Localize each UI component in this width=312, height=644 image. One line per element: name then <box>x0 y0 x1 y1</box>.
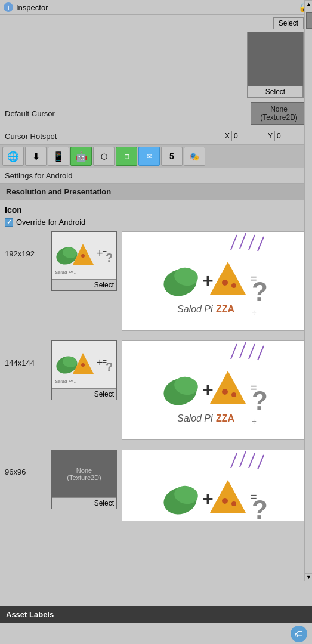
svg-text:Salad Pi...: Salad Pi... <box>55 379 76 384</box>
svg-point-44 <box>231 392 236 397</box>
x-label: X <box>225 132 230 140</box>
sketch-svg-192: + = ? Salad Pi... <box>52 232 116 279</box>
icon-preview-144: + = ? Salad Pi... <box>52 341 116 388</box>
icon-large-preview-192: + = ? Salod Pi ZZA ÷ <box>122 231 307 331</box>
tab-web[interactable]: 🌐 <box>2 147 24 166</box>
inspector-panel: i Inspector 🔒 Select Select Default Curs… <box>0 0 312 644</box>
svg-text:?: ? <box>106 251 113 264</box>
default-cursor-value: None (Texture2D) <box>251 102 307 125</box>
svg-text:÷: ÷ <box>252 308 257 317</box>
icon-thumb-96: None (Texture2D) Select <box>51 450 117 509</box>
svg-point-18 <box>222 280 228 286</box>
icon-size-192-label: 192x192 <box>5 231 47 258</box>
svg-point-19 <box>231 283 236 288</box>
tab-blackberry[interactable]: ⬡ <box>93 147 115 166</box>
tag-icon-button[interactable]: 🏷 <box>291 626 307 642</box>
inspector-title: Inspector <box>16 3 48 12</box>
svg-text:ZZA: ZZA <box>216 413 235 423</box>
cursor-hotspot-row: Cursor Hotspot X Y <box>0 128 312 144</box>
tab-mobile[interactable]: 📱 <box>48 147 69 166</box>
section-header: Resolution and Presentation <box>0 183 312 200</box>
svg-text:?: ? <box>252 277 268 306</box>
y-coord-group: Y <box>268 131 307 141</box>
inspector-header: i Inspector 🔒 <box>0 0 312 15</box>
svg-text:?: ? <box>252 495 268 521</box>
scroll-down-button[interactable]: ▼ <box>305 573 312 581</box>
tab-android[interactable]: 🤖 <box>70 147 92 166</box>
texture-select-button[interactable]: Select <box>248 86 303 98</box>
icon-large-preview-144: + = ? Salod Pi ZZA ÷ <box>122 340 307 440</box>
svg-text:Salod Pi: Salod Pi <box>177 413 213 423</box>
x-coord-group: X <box>225 131 264 141</box>
top-select-button[interactable]: Select <box>273 17 304 29</box>
icon-select-192-button[interactable]: Select <box>52 279 116 290</box>
large-sketch-svg-144: + = ? Salod Pi ZZA ÷ <box>159 341 270 439</box>
icon-size-96-label: 96x96 <box>5 450 47 476</box>
icon-large-preview-96: + = ? Salod Pi ZZA ÷ <box>122 450 307 521</box>
icon-preview-192: + = ? Salad Pi... <box>52 232 116 279</box>
none-texture-96: None (Texture2D) <box>52 450 116 497</box>
asset-labels-text: Asset Labels <box>6 610 54 619</box>
svg-text:+: + <box>202 488 214 509</box>
svg-point-43 <box>222 389 228 395</box>
svg-text:Salod Pi: Salod Pi <box>177 304 213 314</box>
tab-email[interactable]: ✉ <box>138 147 160 166</box>
icon-row-96: 96x96 None (Texture2D) Select + <box>5 450 307 521</box>
y-input[interactable] <box>274 131 307 141</box>
asset-labels-bar: Asset Labels <box>0 606 312 623</box>
texture-preview-area <box>248 32 303 86</box>
default-cursor-texture: Select <box>247 32 304 98</box>
icon-thumb-144: + = ? Salad Pi... Select <box>51 340 117 400</box>
svg-text:÷: ÷ <box>252 417 257 426</box>
scroll-up-button[interactable]: ▲ <box>305 0 312 8</box>
icon-select-96-button[interactable]: Select <box>52 497 116 509</box>
svg-text:+: + <box>97 247 103 259</box>
scrollbar: ▲ ▼ <box>304 0 312 581</box>
icon-section: Icon ✓ Override for Android 192x192 <box>0 200 312 535</box>
scroll-thumb[interactable] <box>306 12 312 29</box>
svg-point-60 <box>231 501 236 506</box>
cursor-hotspot-label: Cursor Hotspot <box>5 132 221 141</box>
bottom-bar: 🏷 <box>0 623 312 644</box>
title-row: i Inspector <box>4 2 48 12</box>
svg-text:+: + <box>202 379 214 400</box>
svg-point-29 <box>81 363 85 367</box>
icon-thumb-192: + = ? Salad Pi... Select <box>51 231 117 291</box>
tag-icon: 🏷 <box>295 629 303 639</box>
y-label: Y <box>268 132 273 140</box>
sketch-svg-144: + = ? Salad Pi... <box>52 341 116 388</box>
svg-point-4 <box>81 254 85 258</box>
svg-text:+: + <box>97 357 103 369</box>
large-sketch-svg-96: + = ? Salod Pi ZZA ÷ <box>159 450 270 521</box>
override-checkbox[interactable]: ✓ <box>5 218 13 227</box>
svg-text:+: + <box>202 270 214 291</box>
checkmark-icon: ✓ <box>7 218 12 226</box>
default-cursor-label: Default Cursor <box>5 109 55 118</box>
x-input[interactable] <box>231 131 264 141</box>
svg-point-59 <box>222 498 228 504</box>
tab-other[interactable]: 🎭 <box>184 147 205 166</box>
tab-office[interactable]: ◻ <box>116 147 137 166</box>
settings-for-android-label: Settings for Android <box>0 168 312 183</box>
svg-text:ZZA: ZZA <box>216 304 235 314</box>
svg-text:?: ? <box>252 386 268 415</box>
tab-standalone[interactable]: ⬇ <box>25 147 47 166</box>
icon-row-192: 192x192 + <box>5 231 307 331</box>
tab-html5[interactable]: 5 <box>161 147 183 166</box>
svg-text:Salad Pi...: Salad Pi... <box>55 270 76 275</box>
icon-select-144-button[interactable]: Select <box>52 388 116 400</box>
override-label: Override for Android <box>16 218 85 227</box>
override-checkbox-row[interactable]: ✓ Override for Android <box>5 218 307 227</box>
default-cursor-row: Default Cursor None (Texture2D) <box>0 98 312 128</box>
svg-text:?: ? <box>106 360 113 373</box>
icon-row-144: 144x144 + = ? Salad Pi... Select <box>5 340 307 440</box>
large-sketch-svg-192: + = ? Salod Pi ZZA ÷ <box>159 232 270 330</box>
icon-size-144-label: 144x144 <box>5 340 47 367</box>
platform-tabs: 🌐 ⬇ 📱 🤖 ⬡ ◻ ✉ 5 🎭 <box>0 144 312 168</box>
icon-title: Icon <box>5 205 307 215</box>
info-icon: i <box>4 2 13 12</box>
